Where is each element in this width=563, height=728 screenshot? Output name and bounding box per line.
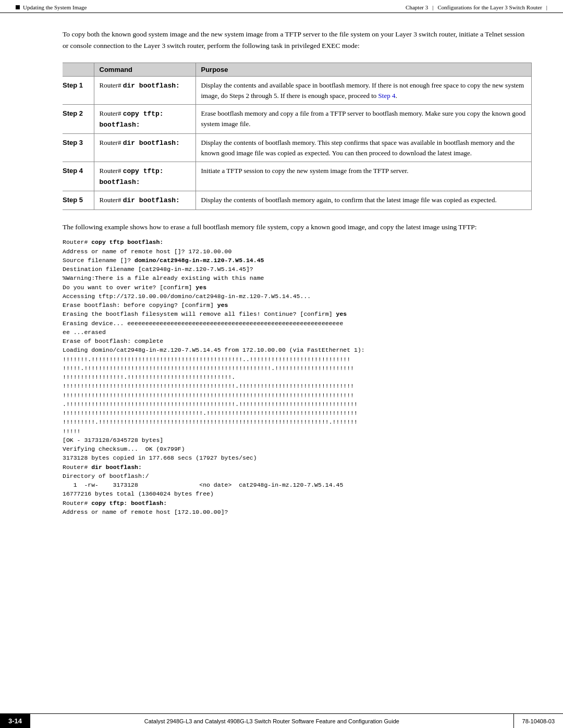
code-line: !!!!!.!!!!!!!!!!!!!!!!!!!!!!!!!!!!!!!!!!… — [63, 364, 532, 373]
intro-paragraph: To copy both the known good system image… — [63, 29, 532, 51]
table-header-command: Command — [94, 63, 195, 77]
page-footer: 3-14 Catalyst 2948G-L3 and Catalyst 4908… — [0, 713, 563, 728]
code-line: Verifying checksum... OK (0x799F) — [63, 445, 532, 453]
code-line: Loading domino/cat2948g-in-mz.120-7.W5.1… — [63, 346, 532, 354]
code-line: Source filename []? domino/cat2948g-in-m… — [63, 256, 532, 265]
step-purpose-4: Initiate a TFTP session to copy the new … — [195, 162, 532, 191]
code-line: !!!!! — [63, 427, 532, 436]
code-line: Address or name of remote host [172.10.0… — [63, 508, 532, 516]
code-block: Router# copy tftp bootflash:Address or n… — [63, 238, 532, 516]
code-line: !!!!!!!!!!!!!!!!!!!!!!!!!!!!!!!!!!!!!!!.… — [63, 409, 532, 417]
code-line: Accessing tftp://172.10.00.00/domino/cat… — [63, 292, 532, 301]
footer-center-text: Catalyst 2948G-L3 and Catalyst 4908G-L3 … — [30, 714, 513, 728]
step4-link[interactable]: Step 4 — [378, 92, 396, 100]
header-right: Chapter 3 | Configurations for the Layer… — [406, 4, 547, 10]
step-label-3: Step 3 — [63, 134, 94, 162]
step-label-5: Step 5 — [63, 191, 94, 210]
step-label-1: Step 1 — [63, 77, 94, 105]
table-header-purpose: Purpose — [195, 63, 532, 77]
code-line: !!!!!!!.!!!!!!!!!!!!!!!!!!!!!!!!!!!!!!!!… — [63, 355, 532, 364]
step-label-2: Step 2 — [63, 105, 94, 134]
header-left: Updating the System Image — [16, 4, 87, 10]
code-line: 3173128 bytes copied in 177.668 secs (17… — [63, 453, 532, 462]
code-line: Erasing the bootflash filesystem will re… — [63, 310, 532, 318]
code-line: Do you want to over write? [confirm] yes — [63, 283, 532, 292]
page-content: To copy both the known good system image… — [0, 13, 563, 542]
step-command-5: Router# dir bootflash: — [94, 191, 195, 210]
step-command-3: Router# dir bootflash: — [94, 134, 195, 162]
code-line: Destination filename [cat2948g-in-mz.120… — [63, 265, 532, 274]
code-line: %Warning:There is a file already existin… — [63, 274, 532, 282]
code-line: !!!!!!!!!!!!!!!!!!!!!!!!!!!!!!!!!!!!!!!!… — [63, 391, 532, 400]
header-divider: | — [432, 4, 433, 10]
footer-page-number: 3-14 — [0, 714, 30, 728]
page-header: Updating the System Image Chapter 3 | Co… — [0, 0, 563, 13]
code-line: Erase bootflash: before copying? [confir… — [63, 301, 532, 310]
header-title: Configurations for the Layer 3 Switch Ro… — [437, 4, 542, 10]
header-square-icon — [16, 5, 20, 9]
header-divider2: | — [546, 4, 547, 10]
step-command-1: Router# dir bootflash: — [94, 77, 195, 105]
code-line: Router# dir bootflash: — [63, 463, 532, 472]
table-header-empty — [63, 63, 94, 77]
code-line: .!!!!!!!!!!!!!!!!!!!!!!!!!!!!!!!!!!!!!!!… — [63, 400, 532, 409]
header-section-label: Updating the System Image — [23, 4, 87, 10]
code-line: Erasing device... eeeeeeeeeeeeeeeeeeeeee… — [63, 319, 532, 328]
code-line: [OK - 3173128/6345728 bytes] — [63, 436, 532, 445]
step-command-2: Router# copy tftp: bootflash: — [94, 105, 195, 134]
step-label-4: Step 4 — [63, 162, 94, 191]
step-purpose-3: Display the contents of bootflash memory… — [195, 134, 532, 162]
code-line: 16777216 bytes total (13604024 bytes fre… — [63, 489, 532, 498]
code-line: Directory of bootflash:/ — [63, 472, 532, 480]
code-line: !!!!!!!!!.!!!!!!!!!!!!!!!!!!!!!!!!!!!!!!… — [63, 417, 532, 426]
steps-table: Command Purpose Step 1Router# dir bootfl… — [63, 63, 532, 210]
code-line: 1 -rw- 3173128 <no date> cat2948g-in-mz.… — [63, 480, 532, 489]
step-purpose-5: Display the contents of bootflash memory… — [195, 191, 532, 210]
code-line: Router# copy tftp: bootflash: — [63, 499, 532, 508]
code-line: !!!!!!!!!!!!!!!!!!!!!!!!!!!!!!!!!!!!!!!!… — [63, 381, 532, 390]
step-purpose-2: Erase bootflash memory and copy a file f… — [195, 105, 532, 134]
code-line: Erase of bootflash: complete — [63, 337, 532, 346]
header-chapter: Chapter 3 — [406, 4, 428, 10]
example-paragraph: The following example shows how to erase… — [63, 221, 532, 233]
code-line: ee ...erased — [63, 328, 532, 337]
code-line: Router# copy tftp bootflash: — [63, 238, 532, 246]
code-line: Address or name of remote host []? 172.1… — [63, 247, 532, 256]
code-line: !!!!!!!!!!!!!!!!!.!!!!!!!!!!!!!!!!!!!!!!… — [63, 373, 532, 381]
step-command-4: Router# copy tftp: bootflash: — [94, 162, 195, 191]
step-purpose-1: Display the contents and available space… — [195, 77, 532, 105]
footer-right-text: 78-10408-03 — [513, 714, 563, 728]
